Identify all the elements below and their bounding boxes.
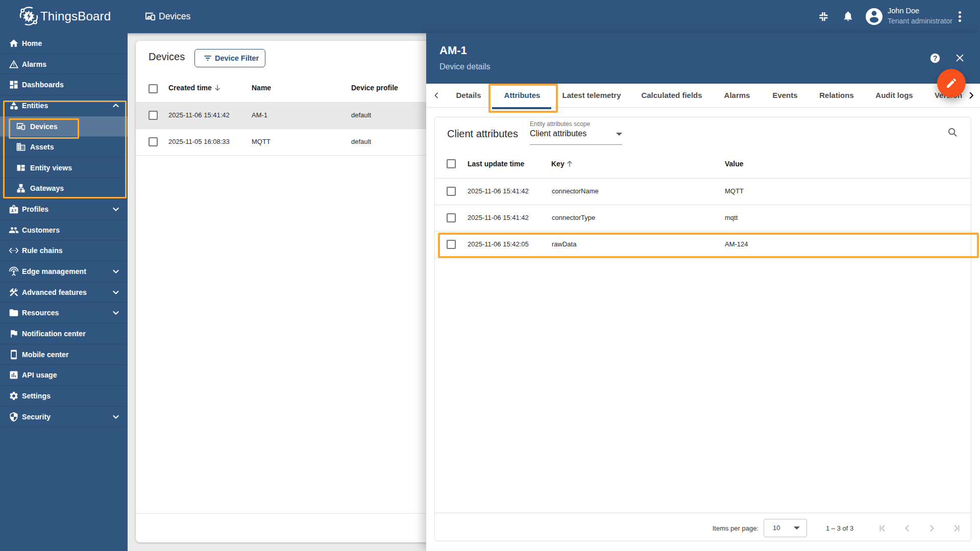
svg-text:?: ? bbox=[933, 54, 938, 62]
